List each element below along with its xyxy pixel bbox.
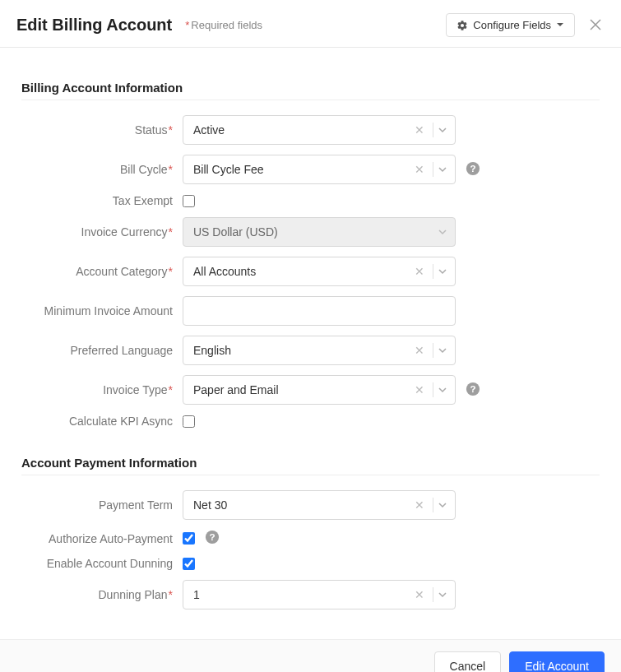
page-title: Edit Billing Account [16,16,172,35]
authorize-auto-payment-help-button[interactable]: ? [205,530,220,547]
row-dunning-plan: Dunning Plan* 1 ✕ [21,580,600,609]
chevron-down-icon[interactable] [437,344,448,357]
row-calc-kpi-async: Calculate KPI Async [21,415,600,428]
status-select[interactable]: Active ✕ [183,115,456,145]
payment-term-value: Net 30 [193,498,410,512]
help-icon: ? [466,382,480,399]
chevron-down-icon[interactable] [437,163,448,176]
label-bill-cycle: Bill Cycle* [21,163,183,176]
configure-fields-label: Configure Fields [473,19,551,31]
help-icon: ? [205,530,220,547]
section-divider [21,475,600,475]
clear-icon[interactable]: ✕ [410,589,429,600]
authorize-auto-payment-checkbox[interactable] [183,532,195,545]
row-preferred-language: Preferred Language English ✕ [21,336,600,365]
dunning-plan-select[interactable]: 1 ✕ [183,580,456,609]
help-icon: ? [466,161,480,178]
close-button[interactable] [586,15,605,36]
select-divider [433,498,433,512]
svg-text:?: ? [470,163,475,174]
tax-exempt-checkbox[interactable] [183,195,195,207]
row-invoice-type: Invoice Type* Paper and Email ✕ ? [21,375,600,405]
label-enable-dunning: Enable Account Dunning [21,557,183,570]
label-authorize-auto-payment: Authorize Auto-Payment [21,532,183,545]
edit-account-button[interactable]: Edit Account [509,651,605,672]
caret-down-icon [556,19,564,31]
invoice-currency-select: US Dollar (USD) [183,217,456,247]
chevron-down-icon[interactable] [437,588,448,601]
select-divider [433,162,433,177]
select-divider [433,343,433,358]
bill-cycle-select[interactable]: Bill Cycle Fee ✕ [183,155,456,184]
row-authorize-auto-payment: Authorize Auto-Payment ? [21,530,600,547]
chevron-down-icon[interactable] [437,123,448,137]
clear-icon[interactable]: ✕ [410,266,429,277]
row-enable-dunning: Enable Account Dunning [21,557,600,570]
row-payment-term: Payment Term Net 30 ✕ [21,490,600,520]
label-payment-term: Payment Term [21,498,183,512]
row-tax-exempt: Tax Exempt [21,194,600,207]
calc-kpi-async-checkbox[interactable] [183,415,195,428]
clear-icon[interactable]: ✕ [410,164,429,175]
clear-icon[interactable]: ✕ [410,499,429,511]
form-content: Billing Account Information Status* Acti… [0,48,621,639]
label-calc-kpi-async: Calculate KPI Async [21,415,183,428]
label-account-category: Account Category* [21,265,183,278]
invoice-type-select[interactable]: Paper and Email ✕ [183,375,456,405]
section-payment-info-title: Account Payment Information [21,456,600,470]
row-min-invoice-amount: Minimum Invoice Amount [21,296,600,326]
preferred-language-value: English [193,344,410,357]
select-divider [433,264,433,279]
required-fields-note: *Required fields [185,19,262,31]
clear-icon[interactable]: ✕ [410,384,429,396]
chevron-down-icon[interactable] [437,498,448,512]
label-dunning-plan: Dunning Plan* [21,588,183,601]
status-value: Active [193,123,410,137]
row-invoice-currency: Invoice Currency* US Dollar (USD) [21,217,600,247]
label-preferred-language: Preferred Language [21,344,183,357]
dunning-plan-value: 1 [193,588,410,601]
invoice-type-value: Paper and Email [193,383,410,396]
label-status: Status* [21,123,183,137]
label-invoice-currency: Invoice Currency* [21,225,183,239]
chevron-down-icon[interactable] [437,265,448,278]
preferred-language-select[interactable]: English ✕ [183,336,456,365]
gear-icon [456,20,468,31]
chevron-down-icon[interactable] [437,383,448,396]
section-divider [21,100,600,100]
enable-dunning-checkbox[interactable] [183,558,195,570]
label-tax-exempt: Tax Exempt [21,194,183,207]
svg-text:?: ? [470,383,475,394]
invoice-currency-value: US Dollar (USD) [193,225,437,239]
bill-cycle-value: Bill Cycle Fee [193,163,410,176]
bill-cycle-help-button[interactable]: ? [466,161,480,178]
row-account-category: Account Category* All Accounts ✕ [21,257,600,286]
dialog-header: Edit Billing Account *Required fields Co… [0,0,621,48]
account-category-select[interactable]: All Accounts ✕ [183,257,456,286]
configure-fields-button[interactable]: Configure Fields [446,13,575,37]
select-divider [433,123,433,137]
section-billing-info-title: Billing Account Information [21,81,600,95]
svg-text:?: ? [209,531,215,542]
select-divider [433,587,433,602]
chevron-down-icon [437,225,448,239]
close-icon [590,17,601,34]
invoice-type-help-button[interactable]: ? [466,382,480,399]
clear-icon[interactable]: ✕ [410,345,429,356]
select-divider [433,382,433,397]
label-invoice-type: Invoice Type* [21,383,183,396]
dialog-footer: Cancel Edit Account [0,639,621,672]
min-invoice-amount-input[interactable] [183,296,456,326]
account-category-value: All Accounts [193,265,410,278]
payment-term-select[interactable]: Net 30 ✕ [183,490,456,520]
row-bill-cycle: Bill Cycle* Bill Cycle Fee ✕ ? [21,155,600,184]
row-status: Status* Active ✕ [21,115,600,145]
clear-icon[interactable]: ✕ [410,124,429,136]
label-min-invoice-amount: Minimum Invoice Amount [21,304,183,317]
cancel-button[interactable]: Cancel [434,651,502,672]
